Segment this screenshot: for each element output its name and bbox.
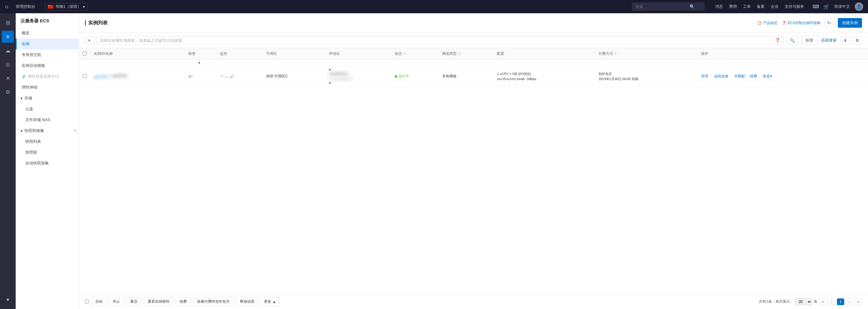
column-settings-button[interactable]: ⚙ [852, 36, 862, 44]
nav-link-messages[interactable]: 消息 [715, 4, 723, 9]
cart-icon[interactable]: 🛒 [824, 4, 830, 10]
ip-indicator-dot2 [329, 82, 331, 84]
instance-id-link[interactable]: ztprr60s*** [94, 75, 111, 79]
bottom-select-all[interactable] [85, 300, 89, 304]
header-instance-id: 实例ID/名称 [90, 48, 185, 60]
page-prev[interactable]: ‹ [829, 299, 835, 305]
sidebar-section-storage[interactable]: ▾ 存储 [16, 93, 79, 104]
nav-link-support[interactable]: 支持与服务 [784, 4, 804, 9]
row-checkbox-cell [79, 60, 90, 66]
sidebar-sub-snapshots: 快照列表 快照链 自动快照策略 [19, 136, 79, 169]
table-area: 实例ID/名称 标签 监控 可用区 IP地址 状态 ▾ 网络类型 ▾ 配置 付费… [79, 48, 868, 294]
header-billing[interactable]: 付费方式 ▾ [595, 48, 697, 60]
action-stop[interactable]: 停止 [109, 297, 124, 306]
action-upgrade-downgrade[interactable]: 升降配 [734, 74, 745, 79]
header-ip: IP地址 [326, 48, 391, 60]
action-restart[interactable]: 重启 [126, 297, 141, 306]
filter-bar: ▾ ❓ 🔍 标签 高级搜索 ⬇ ⚙ [79, 33, 868, 48]
action-links-group: 管理 | 远程连接 | 升降配 续费 | 更多▾ [701, 74, 864, 79]
sidebar-icon-dot[interactable]: ● [2, 293, 14, 305]
guide-link[interactable]: ❓ ECS控制台操作指南 [782, 21, 820, 26]
action-renew-bottom[interactable]: 续费 [176, 297, 191, 306]
sidebar-item-dedicated-host[interactable]: 专有宿主机 [16, 49, 79, 60]
user-avatar[interactable]: 👤 [855, 2, 863, 11]
instance-table: 实例ID/名称 标签 监控 可用区 IP地址 状态 ▾ 网络类型 ▾ 配置 付费… [79, 48, 868, 87]
sidebar-icon-settings[interactable]: ⚙ [2, 86, 14, 98]
action-remote-connect[interactable]: 远程连接 [714, 74, 728, 79]
create-instance-button[interactable]: 创建实例 [838, 18, 862, 28]
sidebar-icon-tools[interactable]: ✕ [2, 72, 14, 84]
page-1[interactable]: 1 [837, 299, 844, 305]
region-selector[interactable]: 🇨🇳 华南1（深圳） ▾ [45, 3, 88, 10]
export-button[interactable]: ⬇ [841, 36, 849, 44]
action-release[interactable]: 释放设置 [236, 297, 258, 306]
tag-button[interactable]: 标签 [801, 36, 818, 45]
news-icon: 📋 [757, 21, 762, 25]
config-info: 1 vCPU 1 GB (I/O优化) ecs.t5-lc1m1.small 1… [497, 71, 591, 81]
action-start[interactable]: 启动 [91, 297, 106, 306]
lang-button[interactable]: 简体中文 [834, 4, 850, 9]
advanced-search-link[interactable]: 高级搜索 [821, 38, 837, 43]
monitor-shield-icon: 🛡 [220, 74, 224, 79]
logo-icon[interactable]: ○ [5, 3, 8, 10]
sidebar-icon-network[interactable]: ◎ [2, 59, 14, 70]
sidebar-item-instances[interactable]: 实例 [16, 39, 79, 49]
row-select-checkbox[interactable] [83, 74, 87, 78]
sidebar-item-eci[interactable]: 🔗 弹性容器实例 ECI [16, 71, 79, 82]
action-manage[interactable]: 管理 [701, 74, 708, 79]
indicator-dot [198, 62, 200, 64]
tag-icon[interactable]: 🏷 [188, 74, 193, 79]
sidebar-title: 云服务器 ECS [16, 13, 79, 28]
page-last[interactable]: » [855, 299, 862, 305]
header-status[interactable]: 状态 ▾ [391, 48, 438, 60]
sidebar-icon-cloud[interactable]: ☁ [2, 44, 14, 57]
filter-search-box: ❓ [96, 36, 783, 44]
network-type: 专有网络 [442, 74, 457, 78]
nav-link-tickets[interactable]: 工单 [743, 4, 751, 9]
sidebar-item-snapshot-chain[interactable]: 快照链 [19, 147, 79, 158]
action-reset-password[interactable]: 重置实例密码 [144, 297, 173, 306]
product-news-link[interactable]: 📋 产品动态 [757, 21, 778, 26]
action-more[interactable]: 更多▾ [763, 74, 772, 79]
icon-sidebar: ⊞ ≡ ☁ ◎ ✕ ⚙ ● [0, 13, 16, 309]
action-convert-billing[interactable]: 按量付费转包年包月 [193, 297, 234, 306]
nav-link-billing[interactable]: 费用 [729, 4, 737, 9]
storage-chevron-icon: ▾ [21, 96, 23, 101]
action-renew[interactable]: 续费 [750, 74, 757, 79]
page-next[interactable]: › [846, 299, 852, 305]
filter-chevron-icon: ▾ [88, 38, 90, 42]
sidebar-section-snapshots[interactable]: ▾ 快照和镜像 ≡ [16, 125, 79, 136]
terminal-icon[interactable]: ⌨ [812, 4, 819, 9]
sidebar-item-cloud-disk[interactable]: 云盘 [19, 104, 79, 114]
top-search-input[interactable] [635, 4, 689, 9]
tag-icons-group: 🏷 [188, 74, 213, 79]
status-dot [395, 75, 397, 78]
more-actions-button[interactable]: 更多 ▲ [261, 297, 279, 306]
sidebar-item-nas[interactable]: 文件存储 NAS [19, 114, 79, 125]
nav-link-beian[interactable]: 备案 [757, 4, 765, 9]
sidebar-item-auto-snapshot[interactable]: 自动快照策略 [19, 158, 79, 169]
billing-sort-icon: ▾ [615, 52, 616, 56]
snapshots-chevron-icon: ▾ [21, 129, 23, 133]
header-network-type[interactable]: 网络类型 ▾ [438, 48, 493, 60]
total-label: 共有1条，每页显示： [759, 299, 794, 304]
refresh-button[interactable]: ↻ [825, 19, 834, 27]
page-size-select[interactable]: 20 50 100 [795, 298, 812, 305]
page-first[interactable]: « [819, 299, 827, 305]
page-header-left: 实例列表 [85, 20, 107, 26]
sidebar-item-launch-template[interactable]: 实例启动模板 [16, 60, 79, 71]
nav-link-enterprise[interactable]: 企业 [771, 4, 778, 9]
select-all-checkbox[interactable] [83, 52, 87, 56]
sidebar-icon-grid[interactable]: ⊞ [2, 17, 14, 29]
search-button[interactable]: 🔍 [786, 36, 798, 44]
row-checkbox [79, 66, 90, 87]
sidebar-item-overview[interactable]: 概览 [16, 28, 79, 39]
filter-help-icon[interactable]: ❓ [775, 38, 780, 43]
monitor-chart-icon[interactable]: 📈 [229, 74, 234, 79]
sidebar-icon-list[interactable]: ≡ [2, 31, 14, 43]
filter-dropdown[interactable]: ▾ [85, 36, 93, 44]
left-sidebar: 云服务器 ECS 概览 实例 专有宿主机 实例启动模板 🔗 弹性容器实例 ECI… [16, 13, 79, 309]
sidebar-item-auto-scaling[interactable]: 弹性伸缩 [16, 82, 79, 93]
filter-search-input[interactable] [100, 38, 775, 43]
sidebar-item-snapshot-list[interactable]: 快照列表 [19, 136, 79, 147]
